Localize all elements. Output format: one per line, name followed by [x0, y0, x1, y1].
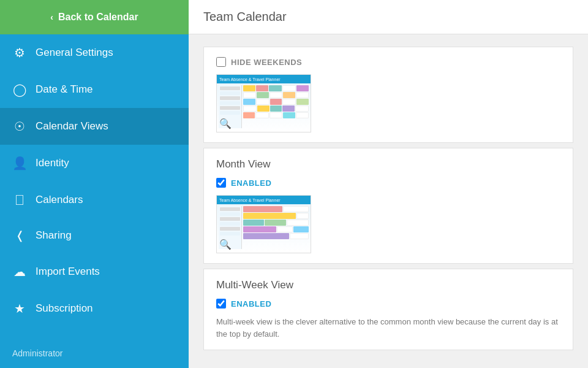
cloud-icon: ☁: [12, 264, 27, 279]
multi-week-description: Multi-week view is the clever alternativ…: [216, 316, 560, 340]
preview-right: [243, 85, 309, 128]
sidebar-item-sharing-label: Sharing: [36, 229, 72, 242]
star-icon: ★: [12, 301, 27, 316]
multi-week-view-section: Multi-Week View ENABLED Multi-week view …: [203, 269, 573, 350]
month-view-preview: Team Absence & Travel Planner: [216, 195, 311, 253]
clock-icon: ◯: [12, 82, 27, 97]
sidebar-item-identity[interactable]: 👤 Identity: [0, 145, 189, 182]
hide-weekends-label: HIDE WEEKENDS: [231, 58, 302, 67]
back-button-label: Back to Calendar: [58, 12, 138, 23]
sidebar-nav: ⚙ General Settings ◯ Date & Time ☉ Calen…: [0, 34, 189, 339]
calendar-icon: ⎕: [12, 193, 27, 207]
chevron-left-icon: ‹: [50, 12, 53, 22]
hide-weekends-row: HIDE WEEKENDS: [216, 57, 560, 67]
eye-icon: ☉: [12, 119, 27, 134]
month-zoom-icon: 🔍: [219, 239, 232, 250]
sidebar-item-date-time-label: Date & Time: [36, 83, 93, 96]
multi-week-checkbox[interactable]: [216, 299, 226, 309]
sidebar-item-date-time[interactable]: ◯ Date & Time: [0, 71, 189, 108]
main-content: HIDE WEEKENDS Team Absence & Travel Plan…: [189, 34, 588, 368]
month-view-checkbox-row: ENABLED: [216, 178, 560, 188]
sidebar-item-calendars-label: Calendars: [36, 194, 83, 206]
share-icon: ❬: [12, 229, 27, 242]
main-panel: Team Calendar HIDE WEEKENDS Team Absence…: [189, 0, 588, 368]
month-view-section: Month View ENABLED Team Absence & Travel…: [203, 148, 573, 264]
sidebar-item-general-settings-label: General Settings: [36, 47, 113, 59]
month-view-checkbox[interactable]: [216, 178, 226, 188]
sidebar: ‹ Back to Calendar ⚙ General Settings ◯ …: [0, 0, 189, 368]
hide-weekends-preview: Team Absence & Travel Planner: [216, 74, 311, 132]
admin-label: Administrator: [12, 348, 62, 358]
sidebar-item-identity-label: Identity: [36, 157, 69, 169]
page-title: Team Calendar: [203, 10, 287, 24]
sidebar-item-sharing[interactable]: ❬ Sharing: [0, 218, 189, 253]
person-icon: 👤: [12, 156, 27, 171]
month-view-title: Month View: [216, 158, 560, 171]
sidebar-item-calendar-views[interactable]: ☉ Calendar Views: [0, 108, 189, 145]
zoom-icon: 🔍: [219, 118, 232, 129]
back-to-calendar-button[interactable]: ‹ Back to Calendar: [0, 0, 189, 34]
month-preview-header: Team Absence & Travel Planner: [217, 196, 311, 204]
month-preview-right: [243, 206, 309, 249]
multi-week-view-title: Multi-Week View: [216, 279, 560, 291]
month-view-enabled-label: ENABLED: [231, 178, 271, 188]
gear-icon: ⚙: [12, 45, 27, 60]
sidebar-item-subscription-label: Subscription: [36, 302, 93, 315]
multi-week-checkbox-row: ENABLED: [216, 299, 560, 309]
preview-header: Team Absence & Travel Planner: [217, 75, 311, 83]
sidebar-item-calendar-views-label: Calendar Views: [36, 120, 108, 132]
sidebar-item-calendars[interactable]: ⎕ Calendars: [0, 182, 189, 218]
sidebar-footer: Administrator: [0, 339, 189, 368]
sidebar-item-general-settings[interactable]: ⚙ General Settings: [0, 34, 189, 71]
sidebar-item-import-events-label: Import Events: [36, 266, 100, 278]
hide-weekends-checkbox[interactable]: [216, 57, 226, 67]
sidebar-item-subscription[interactable]: ★ Subscription: [0, 290, 189, 327]
main-header: Team Calendar: [189, 0, 588, 34]
hide-weekends-section: HIDE WEEKENDS Team Absence & Travel Plan…: [203, 47, 573, 143]
multi-week-enabled-label: ENABLED: [231, 299, 271, 309]
sidebar-item-import-events[interactable]: ☁ Import Events: [0, 253, 189, 290]
